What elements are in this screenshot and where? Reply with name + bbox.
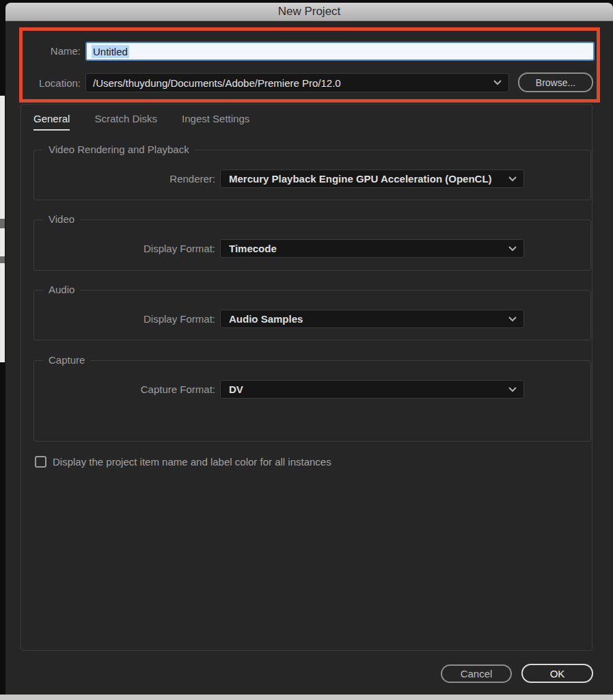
cancel-button[interactable]: Cancel <box>441 664 512 683</box>
chevron-down-icon <box>508 246 517 252</box>
background-window-mark <box>0 219 5 228</box>
ok-button-label: OK <box>550 668 565 679</box>
project-name-value: Untitled <box>92 45 129 58</box>
group-audio: Audio Display Format: Audio Samples <box>33 290 591 340</box>
capture-format-value: DV <box>221 383 508 395</box>
settings-panel: General Scratch Disks Ingest Settings Vi… <box>21 104 592 651</box>
renderer-dropdown[interactable]: Mercury Playback Engine GPU Acceleration… <box>220 170 524 188</box>
group-capture-legend: Capture <box>43 354 90 366</box>
capture-format-label: Capture Format: <box>34 383 215 395</box>
cancel-button-label: Cancel <box>461 668 493 679</box>
video-display-format-value: Timecode <box>221 243 508 254</box>
video-display-format-dropdown[interactable]: Timecode <box>220 239 524 258</box>
new-project-dialog: New Project Name: Untitled Location: /Us… <box>5 3 613 695</box>
chevron-down-icon <box>493 80 502 85</box>
browse-button[interactable]: Browse... <box>518 72 593 92</box>
group-video-legend: Video <box>43 213 80 225</box>
display-item-name-checkbox-row: Display the project item name and label … <box>35 456 331 468</box>
display-item-name-checkbox[interactable] <box>35 456 46 468</box>
group-audio-legend: Audio <box>43 284 80 295</box>
tab-ingest-settings[interactable]: Ingest Settings <box>182 113 249 131</box>
dialog-titlebar[interactable]: New Project <box>5 3 613 21</box>
location-dropdown[interactable]: /Users/thuydung/Documents/Adobe/Premiere… <box>85 73 509 92</box>
audio-display-format-value: Audio Samples <box>221 313 508 325</box>
chevron-down-icon <box>508 317 517 322</box>
background-window-edge <box>0 96 5 362</box>
renderer-label: Renderer: <box>34 173 215 185</box>
tab-general[interactable]: General <box>33 113 70 131</box>
dialog-title: New Project <box>278 5 341 18</box>
video-display-format-label: Display Format: <box>34 243 215 254</box>
desktop-background-strip <box>0 695 613 700</box>
tab-bar: General Scratch Disks Ingest Settings <box>33 113 249 131</box>
name-label: Name: <box>21 45 81 57</box>
location-label: Location: <box>21 77 81 89</box>
ok-button[interactable]: OK <box>521 664 593 683</box>
chevron-down-icon <box>508 176 517 182</box>
group-video: Video Display Format: Timecode <box>33 219 591 271</box>
capture-format-dropdown[interactable]: DV <box>220 380 524 399</box>
renderer-value: Mercury Playback Engine GPU Acceleration… <box>221 173 508 185</box>
group-capture: Capture Capture Format: DV <box>33 360 591 442</box>
browse-button-label: Browse... <box>536 77 575 88</box>
group-video-rendering: Video Rendering and Playback Renderer: M… <box>33 150 591 200</box>
project-name-input[interactable]: Untitled <box>85 42 595 61</box>
audio-display-format-label: Display Format: <box>34 313 215 325</box>
chevron-down-icon <box>508 387 517 392</box>
group-video-rendering-legend: Video Rendering and Playback <box>43 144 195 155</box>
display-item-name-checkbox-label: Display the project item name and label … <box>53 456 331 468</box>
location-value: /Users/thuydung/Documents/Adobe/Premiere… <box>86 77 493 89</box>
audio-display-format-dropdown[interactable]: Audio Samples <box>220 310 524 328</box>
background-window-mark <box>0 256 5 263</box>
tab-scratch-disks[interactable]: Scratch Disks <box>94 113 157 131</box>
